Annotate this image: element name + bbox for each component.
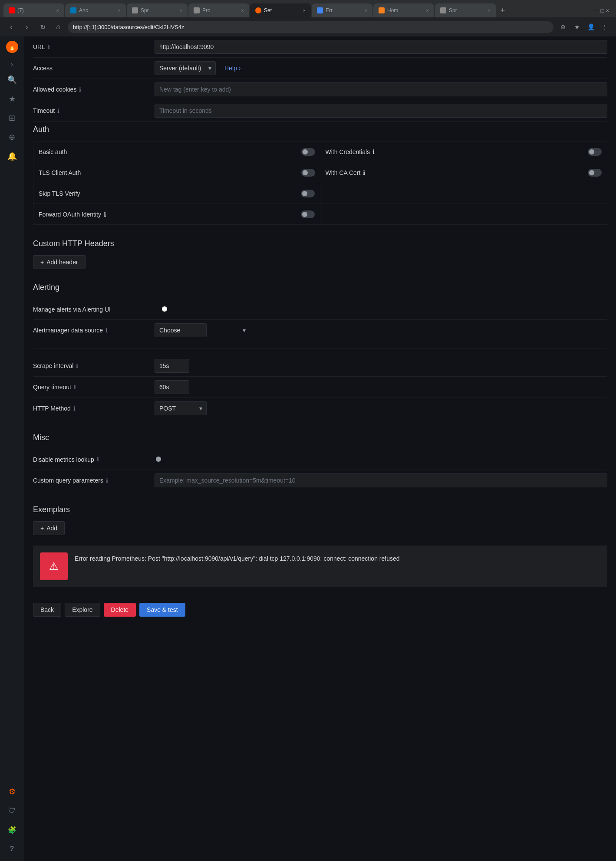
back-nav-button[interactable]: ‹: [5, 21, 17, 33]
basic-auth-item: Basic auth: [33, 141, 320, 162]
tab-hom[interactable]: Hom ×: [373, 3, 434, 17]
sidebar-item-shield[interactable]: 🛡: [3, 802, 21, 819]
sidebar-item-alerting[interactable]: 🔔: [3, 148, 21, 165]
allowed-cookies-input[interactable]: [155, 82, 607, 96]
exemplars-section: Exemplars + Add: [33, 502, 607, 535]
timeout-label: Timeout ℹ: [33, 107, 155, 114]
sidebar-item-starred[interactable]: ★: [3, 90, 21, 108]
forward-nav-button[interactable]: ›: [21, 21, 33, 33]
tab-close-in[interactable]: ×: [118, 8, 121, 13]
add-header-button[interactable]: + Add header: [33, 255, 86, 269]
timeout-info-icon[interactable]: ℹ: [57, 108, 59, 114]
bookmark-icon[interactable]: ★: [571, 21, 583, 33]
maximize-button[interactable]: □: [601, 7, 604, 14]
close-button[interactable]: ×: [606, 7, 609, 14]
url-display: http://localhost:9090: [155, 40, 607, 54]
custom-query-input[interactable]: [155, 473, 607, 487]
access-select[interactable]: Server (default) Browser: [155, 61, 216, 75]
add-exemplar-button[interactable]: + Add: [33, 521, 65, 535]
http-method-label: HTTP Method ℹ: [33, 405, 155, 412]
tab-close-spr1[interactable]: ×: [180, 8, 182, 13]
query-timeout-info-icon[interactable]: ℹ: [74, 384, 76, 391]
query-timeout-input[interactable]: [155, 380, 189, 394]
with-ca-cert-label: With CA Cert ℹ: [326, 169, 585, 176]
tab-set[interactable]: Set ×: [250, 3, 311, 17]
custom-query-info-icon[interactable]: ℹ: [106, 477, 108, 484]
error-icon-box: ⚠: [40, 552, 68, 580]
tab-close-pro[interactable]: ×: [241, 8, 244, 13]
timeout-field-value: [155, 104, 607, 118]
forward-oauth-info-icon[interactable]: ℹ: [104, 211, 106, 218]
url-label: URL ℹ: [33, 43, 155, 50]
minimize-button[interactable]: —: [593, 7, 599, 14]
tab-label-spr1: Spr: [141, 7, 177, 13]
section-divider: [33, 348, 607, 348]
save-test-button[interactable]: Save & test: [139, 603, 185, 617]
alertmanager-select[interactable]: Choose: [155, 323, 207, 337]
tab-favicon-pro: [194, 7, 200, 13]
with-ca-cert-info-icon[interactable]: ℹ: [363, 169, 365, 176]
tab-in[interactable]: Anc ×: [65, 3, 126, 17]
basic-auth-slider: [301, 148, 315, 156]
tab-close-hom[interactable]: ×: [426, 8, 429, 13]
scrape-interval-input[interactable]: [155, 359, 189, 373]
access-help-link[interactable]: Help ›: [224, 65, 240, 72]
scrape-interval-info-icon[interactable]: ℹ: [76, 363, 78, 369]
account-icon[interactable]: 👤: [585, 21, 597, 33]
alertmanager-info-icon[interactable]: ℹ: [105, 327, 108, 334]
http-method-select-wrapper[interactable]: POST GET: [155, 401, 207, 415]
forward-oauth-toggle[interactable]: [301, 210, 315, 218]
sidebar-item-dashboards[interactable]: ⊞: [3, 109, 21, 127]
url-field-value: http://localhost:9090: [155, 40, 607, 54]
tab-close-yt[interactable]: ×: [56, 8, 59, 13]
with-credentials-toggle[interactable]: [588, 148, 602, 156]
reload-button[interactable]: ↻: [36, 21, 49, 33]
sidebar-item-settings[interactable]: ⚙: [3, 783, 21, 800]
tab-label-in: Anc: [79, 7, 115, 13]
sidebar-item-search[interactable]: 🔍: [3, 71, 21, 89]
home-button[interactable]: ⌂: [52, 21, 64, 33]
sidebar-item-help[interactable]: ?: [3, 840, 21, 858]
extensions-icon[interactable]: ⊕: [557, 21, 569, 33]
new-tab-button[interactable]: +: [497, 4, 509, 16]
with-ca-cert-toggle[interactable]: [588, 169, 602, 177]
tab-spr1[interactable]: Spr ×: [127, 3, 188, 17]
tab-favicon-yt: [9, 7, 15, 13]
tab-pro[interactable]: Pro ×: [188, 3, 249, 17]
sidebar-item-plugin[interactable]: 🧩: [3, 821, 21, 838]
grafana-logo[interactable]: 🔥: [5, 40, 19, 54]
tab-close-spr2[interactable]: ×: [488, 8, 491, 13]
allowed-cookies-info-icon[interactable]: ℹ: [79, 86, 81, 93]
http-method-select[interactable]: POST GET: [155, 401, 207, 415]
add-header-plus-icon: +: [40, 259, 44, 266]
http-method-info-icon[interactable]: ℹ: [73, 405, 76, 412]
disable-metrics-info-icon[interactable]: ℹ: [97, 456, 99, 463]
back-button[interactable]: Back: [33, 603, 61, 617]
sidebar-collapse-button[interactable]: ›: [3, 59, 21, 69]
app-layout: 🔥 › 🔍 ★ ⊞ ⊕ 🔔 ⚙ 🛡 🧩 ? URL ℹ http://local…: [0, 36, 616, 861]
tab-close-err[interactable]: ×: [365, 8, 367, 13]
tab-spr2[interactable]: Spr ×: [435, 3, 496, 17]
alertmanager-select-wrapper[interactable]: Choose: [155, 323, 250, 337]
tls-client-auth-toggle[interactable]: [301, 169, 315, 177]
tab-favicon-spr1: [132, 7, 138, 13]
sidebar-item-explore[interactable]: ⊕: [3, 128, 21, 146]
with-credentials-info-icon[interactable]: ℹ: [372, 148, 375, 155]
delete-button[interactable]: Delete: [104, 603, 136, 617]
tab-close-set[interactable]: ×: [303, 8, 306, 13]
tab-bar: (7) × Anc × Spr × Pro × Set × Err ×: [0, 0, 616, 17]
tab-err[interactable]: Err ×: [312, 3, 372, 17]
timeout-input[interactable]: [155, 104, 607, 118]
tab-youtube[interactable]: (7) ×: [3, 3, 64, 17]
url-info-icon[interactable]: ℹ: [48, 44, 50, 50]
basic-auth-toggle[interactable]: [301, 148, 315, 156]
access-select-wrapper[interactable]: Server (default) Browser: [155, 61, 216, 75]
auth-grid: Basic auth With Credentials ℹ: [33, 141, 607, 225]
explore-button[interactable]: Explore: [65, 603, 100, 617]
skip-tls-toggle[interactable]: [301, 190, 315, 197]
manage-alerts-row: Manage alerts via Alerting UI: [33, 299, 607, 320]
address-input[interactable]: [68, 21, 553, 33]
with-credentials-item: With Credentials ℹ: [320, 141, 607, 162]
settings-chrome-icon[interactable]: ⋮: [599, 21, 611, 33]
disable-metrics-value: [155, 456, 607, 463]
